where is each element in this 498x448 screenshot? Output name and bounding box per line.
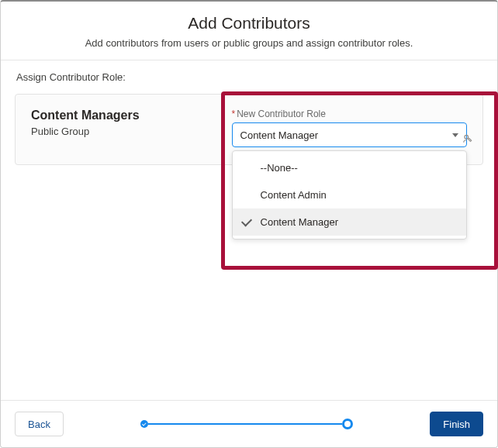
progress-step-2: [342, 419, 353, 429]
modal-title: Add Contributors: [16, 14, 482, 33]
card-left: Content Managers Public Group: [31, 109, 232, 147]
modal-body: Assign Contributor Role: Content Manager…: [1, 60, 497, 400]
modal-subtitle: Add contributors from users or public gr…: [16, 37, 482, 49]
required-indicator: *: [232, 109, 236, 119]
role-select[interactable]: Content Manager: [232, 122, 467, 147]
add-contributors-modal: Add Contributors Add contributors from u…: [0, 0, 498, 448]
modal-footer: Back Finish: [1, 400, 497, 447]
chevron-down-icon: [452, 133, 458, 137]
check-icon: [240, 215, 251, 226]
svg-point-0: [465, 135, 469, 139]
section-label: Assign Contributor Role:: [16, 71, 483, 83]
group-name: Content Managers: [31, 109, 232, 122]
role-dropdown: --None-- Content Admin Content Manager: [232, 150, 467, 240]
progress-indicator: [64, 419, 430, 429]
option-label: --None--: [261, 162, 298, 174]
role-option-none[interactable]: --None--: [233, 154, 466, 181]
role-option-admin[interactable]: Content Admin: [233, 181, 466, 208]
role-option-manager[interactable]: Content Manager: [233, 208, 466, 236]
progress-line: [148, 423, 342, 425]
card-right: *New Contributor Role Content Manager --…: [232, 109, 467, 147]
edit-contributor-icon[interactable]: [462, 133, 473, 147]
contributor-card: Content Managers Public Group *New Contr…: [15, 94, 483, 165]
role-field-label: *New Contributor Role: [232, 109, 467, 119]
option-label: Content Manager: [261, 216, 338, 228]
field-label-text: New Contributor Role: [237, 109, 326, 119]
progress-step-1: [140, 420, 148, 428]
finish-button[interactable]: Finish: [430, 412, 483, 436]
option-label: Content Admin: [261, 189, 327, 201]
role-select-value: Content Manager: [240, 129, 318, 141]
group-type: Public Group: [31, 126, 232, 137]
back-button[interactable]: Back: [15, 412, 64, 436]
modal-header: Add Contributors Add contributors from u…: [1, 2, 497, 60]
